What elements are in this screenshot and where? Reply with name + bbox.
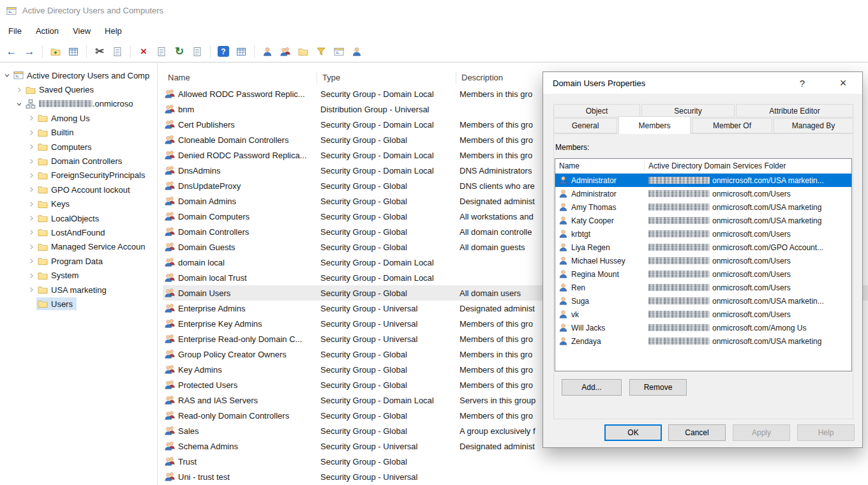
- tree-item-gpo-account-lockout[interactable]: GPO Account lockout: [0, 183, 157, 197]
- tree-item-among-us[interactable]: Among Us: [0, 111, 157, 125]
- tree-item-domain-controllers[interactable]: Domain Controllers: [0, 154, 157, 168]
- group-icon: [165, 349, 175, 359]
- toolbar-back-button[interactable]: ←: [3, 43, 20, 60]
- toolbar-delegate-control-button[interactable]: [348, 43, 365, 60]
- menu-help[interactable]: Help: [98, 23, 129, 39]
- member-row-katy-cooper[interactable]: Katy Cooperonmicrosoft.com/USA marketing: [555, 214, 851, 227]
- member-row-ren[interactable]: Renonmicrosoft.com/Users: [555, 281, 851, 294]
- list-row-trust[interactable]: TrustSecurity Group - Global: [163, 454, 868, 469]
- object-type: Security Group - Global: [320, 243, 407, 252]
- toolbar-delete-button[interactable]: ×: [135, 43, 152, 60]
- member-row-will-jacks[interactable]: Will Jacksonmicrosoft.com/Among Us: [555, 321, 851, 334]
- toolbar-help-button[interactable]: ?: [215, 43, 232, 60]
- object-type: Security Group - Universal: [320, 334, 417, 344]
- menu-view[interactable]: View: [66, 23, 98, 39]
- member-row-amy-thomas[interactable]: Amy Thomasonmicrosoft.com/USA marketing: [555, 200, 851, 214]
- toolbar-separator: [210, 45, 211, 58]
- tree-item-usa-marketing[interactable]: USA marketing: [0, 283, 157, 297]
- view-options-icon: [236, 47, 246, 57]
- toolbar-set-filter-button[interactable]: [313, 43, 329, 60]
- toolbar-policy-button[interactable]: [331, 43, 347, 60]
- member-row-suga[interactable]: Sugaonmicrosoft.com/USA marketin...: [555, 294, 851, 308]
- toolbar-up-one-level-button[interactable]: [47, 43, 64, 60]
- expand-chevron-icon[interactable]: [26, 271, 36, 281]
- toolbar-show-console-tree-button[interactable]: [65, 43, 82, 60]
- dialog-help-icon[interactable]: ?: [793, 74, 811, 92]
- member-row-administrator[interactable]: Administratoronmicrosoft.com/USA marketi…: [555, 174, 851, 187]
- redacted-text: [648, 244, 710, 251]
- member-row-liya-regen[interactable]: Liya Regenonmicrosoft.com/GPO Account...: [555, 241, 851, 254]
- tree-item-computers[interactable]: Computers: [0, 140, 157, 154]
- help-button[interactable]: Help: [797, 424, 855, 441]
- new-ou-icon: [298, 47, 308, 57]
- tree-item-domain[interactable]: .onmicroso: [0, 97, 157, 111]
- tab-attribute-editor[interactable]: Attribute Editor: [736, 104, 853, 117]
- tree-item-system[interactable]: System: [0, 268, 157, 282]
- expand-chevron-icon[interactable]: [26, 242, 36, 252]
- collapse-chevron-icon[interactable]: [13, 99, 24, 109]
- expand-chevron-icon[interactable]: [26, 142, 36, 152]
- members-column-header-name[interactable]: Name: [555, 161, 645, 171]
- tab-members[interactable]: Members: [618, 116, 691, 134]
- expand-chevron-icon[interactable]: [26, 285, 36, 295]
- toolbar-new-ou-button[interactable]: [295, 43, 311, 60]
- member-row-vk[interactable]: vkonmicrosoft.com/Users: [555, 308, 851, 321]
- toolbar-paste-button[interactable]: [109, 43, 126, 60]
- tree-item-saved-queries[interactable]: Saved Queries: [0, 82, 157, 96]
- cancel-button[interactable]: Cancel: [668, 424, 726, 441]
- expand-chevron-icon[interactable]: [26, 256, 36, 266]
- toolbar: ←→✂×↻?: [0, 41, 868, 63]
- tab-member-of[interactable]: Member Of: [692, 118, 772, 133]
- tree-item-lostandfound[interactable]: LostAndFound: [0, 225, 157, 239]
- add-button[interactable]: Add...: [562, 379, 622, 396]
- column-header-type[interactable]: Type: [317, 72, 456, 84]
- members-column-header-active-directory-domain-services-folder[interactable]: Active Directory Domain Services Folder: [645, 161, 851, 171]
- expand-chevron-icon[interactable]: [26, 199, 36, 209]
- folder-icon: [38, 199, 48, 209]
- expand-chevron-icon[interactable]: [26, 156, 36, 167]
- tree-item-keys[interactable]: Keys: [0, 197, 157, 211]
- expand-chevron-icon[interactable]: [26, 170, 36, 181]
- toolbar-view-options-button[interactable]: [233, 43, 250, 60]
- tree-item-active-directory-users-and-comp[interactable]: Active Directory Users and Comp: [0, 68, 157, 82]
- dialog-close-icon[interactable]: ×: [834, 74, 852, 92]
- member-row-regina-mount[interactable]: Regina Mountonmicrosoft.com/Users: [555, 267, 851, 281]
- pane-splitter[interactable]: [158, 63, 163, 485]
- tree-item-localobjects[interactable]: LocalObjects: [0, 211, 157, 225]
- toolbar-export-list-button[interactable]: [189, 43, 206, 60]
- toolbar-properties-button[interactable]: [153, 43, 170, 60]
- toolbar-new-user-button[interactable]: [259, 43, 276, 60]
- toolbar-refresh-button[interactable]: ↻: [171, 43, 188, 60]
- ok-button[interactable]: OK: [604, 424, 662, 441]
- toolbar-cut-button[interactable]: ✂: [91, 43, 108, 60]
- toolbar-forward-button[interactable]: →: [21, 43, 38, 60]
- tree-item-builtin[interactable]: Builtin: [0, 126, 157, 140]
- toolbar-new-group-button[interactable]: [277, 43, 294, 60]
- tab-security[interactable]: Security: [641, 104, 735, 117]
- menu-action[interactable]: Action: [29, 23, 66, 39]
- member-row-michael-hussey[interactable]: Michael Husseyonmicrosoft.com/Users: [555, 254, 851, 267]
- expand-chevron-icon[interactable]: [26, 184, 36, 195]
- expand-chevron-icon[interactable]: [26, 128, 36, 138]
- remove-button[interactable]: Remove: [629, 379, 687, 396]
- tab-managed-by[interactable]: Managed By: [774, 118, 853, 133]
- tab-general[interactable]: General: [553, 118, 617, 133]
- expand-chevron-icon[interactable]: [26, 213, 36, 223]
- object-description: Members in this gro: [460, 350, 532, 359]
- group-icon: [165, 181, 175, 191]
- expand-chevron-icon[interactable]: [26, 227, 36, 237]
- tree-item-users[interactable]: Users: [0, 297, 157, 311]
- member-row-administrator[interactable]: Administratoronmicrosoft.com/Users: [555, 187, 851, 200]
- tab-object[interactable]: Object: [553, 104, 640, 117]
- collapse-chevron-icon[interactable]: [1, 70, 12, 80]
- member-row-krbtgt[interactable]: krbtgtonmicrosoft.com/Users: [555, 227, 851, 241]
- tree-item-managed-service-accoun[interactable]: Managed Service Accoun: [0, 240, 157, 254]
- menu-file[interactable]: File: [1, 23, 29, 39]
- member-row-zendaya[interactable]: Zendayaonmicrosoft.com/USA marketing: [555, 334, 851, 348]
- expand-chevron-icon[interactable]: [26, 113, 36, 123]
- tree-item-program-data[interactable]: Program Data: [0, 254, 157, 268]
- column-header-name[interactable]: Name: [163, 72, 317, 84]
- expand-chevron-icon[interactable]: [13, 85, 24, 95]
- tree-item-foreignsecurityprincipals[interactable]: ForeignSecurityPrincipals: [0, 168, 157, 183]
- list-row-uni-trust-test[interactable]: Uni - trust testSecurity Group - Univers…: [163, 469, 868, 484]
